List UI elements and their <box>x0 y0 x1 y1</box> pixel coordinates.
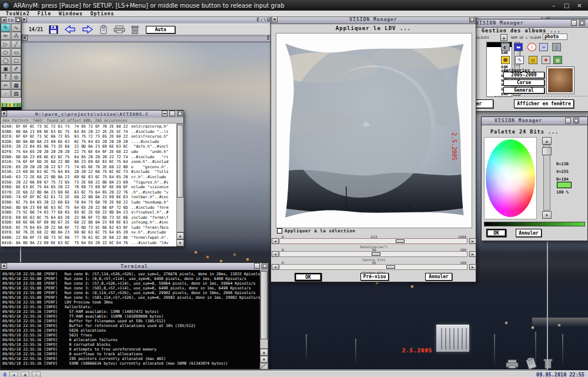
slider-track[interactable] <box>279 238 467 244</box>
close-icon[interactable] <box>21 16 27 22</box>
color-wheel[interactable] <box>486 139 535 217</box>
back-icon[interactable] <box>64 25 76 34</box>
tool-button[interactable]: ✂ <box>1 81 11 89</box>
menu-item[interactable]: File <box>38 11 51 16</box>
copy-icon[interactable] <box>99 25 108 34</box>
terminal-output[interactable]: 09/05/18 22:55:08 [PERF] Run zone 0: (57… <box>1 270 260 369</box>
album-name-field[interactable]: photo <box>543 34 567 40</box>
fuller-icon[interactable] <box>579 20 585 26</box>
iconify-icon[interactable] <box>254 263 260 269</box>
fuller-icon[interactable] <box>15 17 21 22</box>
ok-button[interactable]: OK <box>486 229 506 237</box>
slider-right-icon[interactable]: ▶ <box>469 238 476 244</box>
shade-icon[interactable] <box>162 111 168 116</box>
slider-left-icon[interactable]: ◀ <box>272 251 279 257</box>
fuller-icon[interactable] <box>469 16 475 22</box>
tool-button[interactable]: T <box>1 73 11 81</box>
hex-dump[interactable]: 02A0:6F 6F 6C 73 5C 72 61 73 74 65 72 6F… <box>1 124 176 246</box>
tool-button[interactable]: ◯ <box>1 56 11 65</box>
maximize-button[interactable]: □ <box>563 2 570 9</box>
scroll-down-icon[interactable]: ▼ <box>176 239 184 246</box>
tool-button[interactable]: □ <box>11 56 21 65</box>
cancel-button[interactable]: Annuler <box>425 273 452 281</box>
close-button[interactable]: ✕ <box>576 2 583 9</box>
slider-track[interactable] <box>279 251 467 257</box>
menu-item[interactable]: Options <box>91 11 115 16</box>
scroll-down-icon[interactable]: ▼ <box>260 356 268 363</box>
slider-thumb[interactable] <box>372 252 380 256</box>
apply-selection-row[interactable]: Appliquer à la sélection <box>277 228 355 233</box>
trash-icon[interactable] <box>131 25 139 34</box>
scroll-up-icon[interactable]: ▲ <box>260 349 268 356</box>
album-icon[interactable]: ≡ <box>539 43 548 51</box>
show-in-window-button[interactable]: Afficher en fenêtre <box>514 99 574 108</box>
fuller-icon[interactable] <box>262 263 268 269</box>
minimize-button[interactable]: – <box>550 2 557 9</box>
taskbar-tool-icon[interactable]: ✎ <box>32 372 41 377</box>
menu-item[interactable]: Windows <box>59 11 83 16</box>
save-icon[interactable] <box>49 25 58 34</box>
resize-grip[interactable] <box>260 363 268 369</box>
tool-button[interactable]: ⁂ <box>11 32 21 40</box>
slider-right-icon[interactable]: ▶ <box>469 251 476 257</box>
category-button[interactable]: Corse <box>503 79 544 86</box>
brightness-bar[interactable] <box>484 222 585 226</box>
slider-track[interactable] <box>279 264 467 270</box>
tool-button[interactable]: ▭ <box>11 48 21 56</box>
album-icon[interactable]: ☻ <box>501 56 510 64</box>
terminal-scroll-thumb[interactable] <box>260 271 268 339</box>
slider-left-icon[interactable]: ◀ <box>272 238 279 244</box>
tool-button[interactable]: ☞ <box>1 89 11 98</box>
menu-item[interactable]: TosWin2 <box>6 11 30 16</box>
tool-button[interactable]: ▣ <box>1 65 11 73</box>
close-icon[interactable] <box>1 111 7 116</box>
window-titlebar[interactable]: VISION Manager <box>271 16 476 24</box>
shade-icon[interactable] <box>565 118 571 124</box>
album-icon[interactable]: ▯ <box>552 43 561 51</box>
album-icon[interactable]: ▦ <box>553 56 562 64</box>
scroll-up-icon[interactable]: ▲ <box>176 232 184 239</box>
iconify-icon[interactable] <box>169 111 175 116</box>
apply-selection-checkbox[interactable] <box>277 228 282 233</box>
window-titlebar[interactable]: VISION Manager <box>482 117 587 125</box>
category-button[interactable]: General <box>503 87 544 94</box>
close-icon[interactable] <box>272 16 278 22</box>
tool-button[interactable]: ○ <box>1 48 11 56</box>
album-icon[interactable]: ▬ <box>514 43 523 51</box>
shade-icon[interactable] <box>571 20 577 26</box>
fuller-icon[interactable] <box>177 111 183 116</box>
ok-button[interactable]: OK <box>295 273 322 281</box>
album-icon[interactable]: ◐ <box>501 43 510 51</box>
color-strip[interactable] <box>1 103 21 107</box>
slider-left-icon[interactable]: ◀ <box>272 264 279 270</box>
hex-scroll-thumb[interactable] <box>177 125 183 198</box>
slider-thumb[interactable] <box>386 265 395 269</box>
auto-button[interactable]: Auto <box>146 26 175 34</box>
tool-button[interactable]: ╱ <box>11 40 21 48</box>
tool-button[interactable]: ∿ <box>11 24 21 32</box>
taskbar-app-icon[interactable]: ▣ <box>21 372 29 377</box>
print-icon[interactable] <box>113 25 125 34</box>
category-button[interactable]: 2005-2009 <box>503 72 544 78</box>
slider-down-icon[interactable]: ▼ <box>542 211 552 219</box>
preview-button[interactable]: Pré-visu <box>360 273 389 281</box>
close-icon[interactable] <box>22 35 28 41</box>
tool-button[interactable]: ✏ <box>1 32 11 40</box>
tool-button[interactable]: ▨ <box>11 89 21 98</box>
close-icon[interactable] <box>1 263 7 269</box>
forward-icon[interactable] <box>82 25 93 34</box>
slider-up-icon[interactable]: ▲ <box>542 137 552 145</box>
tool-button[interactable]: ◎ <box>11 73 21 81</box>
album-icon[interactable]: ✎ <box>515 56 524 64</box>
album-thumbnail-frame[interactable] <box>546 66 574 94</box>
host-titlebar[interactable]: ARAnyM: press [Pause] for SETUP, [LS+Men… <box>0 0 588 11</box>
slider-right-icon[interactable]: ▶ <box>469 264 476 270</box>
close-icon[interactable] <box>1 17 6 22</box>
album-icon[interactable]: ✚ <box>542 56 550 64</box>
tool-button[interactable]: ▦ <box>11 81 21 89</box>
sort-up-icon[interactable]: ▲ <box>500 34 507 41</box>
tool-button[interactable]: ✎ <box>1 24 11 32</box>
fuller-icon[interactable] <box>573 118 579 124</box>
tool-button[interactable]: ▷ <box>1 40 11 48</box>
slider-thumb[interactable] <box>396 239 405 243</box>
